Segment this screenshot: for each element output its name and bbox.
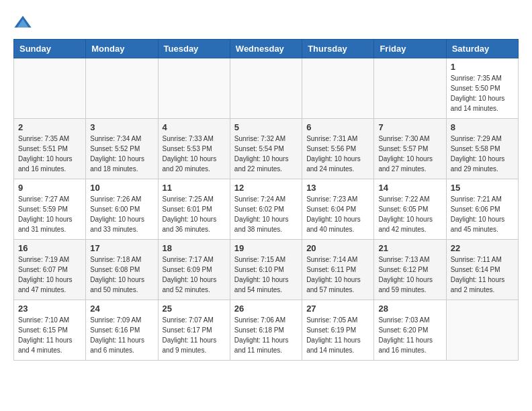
calendar-cell: 22Sunrise: 7:11 AM Sunset: 6:14 PM Dayli… xyxy=(446,240,518,300)
day-number: 19 xyxy=(234,243,298,253)
calendar-cell: 17Sunrise: 7:18 AM Sunset: 6:08 PM Dayli… xyxy=(86,240,158,300)
day-info: Sunrise: 7:35 AM Sunset: 5:50 PM Dayligh… xyxy=(451,73,514,113)
calendar-cell: 11Sunrise: 7:25 AM Sunset: 6:01 PM Dayli… xyxy=(158,179,230,240)
day-number: 4 xyxy=(163,122,226,132)
calendar-cell: 12Sunrise: 7:24 AM Sunset: 6:02 PM Dayli… xyxy=(230,179,302,240)
day-info: Sunrise: 7:03 AM Sunset: 6:20 PM Dayligh… xyxy=(378,315,441,355)
calendar-week-3: 9Sunrise: 7:27 AM Sunset: 5:59 PM Daylig… xyxy=(14,179,519,240)
calendar-week-1: 1Sunrise: 7:35 AM Sunset: 5:50 PM Daylig… xyxy=(14,58,519,119)
calendar-header-row: SundayMondayTuesdayWednesdayThursdayFrid… xyxy=(14,40,519,58)
day-info: Sunrise: 7:25 AM Sunset: 6:01 PM Dayligh… xyxy=(163,194,226,234)
day-number: 5 xyxy=(234,122,298,132)
logo xyxy=(13,13,35,32)
calendar-cell xyxy=(14,58,86,119)
day-number: 16 xyxy=(18,243,81,253)
day-info: Sunrise: 7:15 AM Sunset: 6:10 PM Dayligh… xyxy=(234,255,298,295)
calendar-cell: 25Sunrise: 7:07 AM Sunset: 6:17 PM Dayli… xyxy=(158,300,230,361)
calendar-cell: 16Sunrise: 7:19 AM Sunset: 6:07 PM Dayli… xyxy=(14,240,86,300)
day-info: Sunrise: 7:32 AM Sunset: 5:54 PM Dayligh… xyxy=(234,134,298,174)
day-info: Sunrise: 7:27 AM Sunset: 5:59 PM Dayligh… xyxy=(18,194,81,234)
day-info: Sunrise: 7:35 AM Sunset: 5:51 PM Dayligh… xyxy=(18,134,81,174)
calendar-cell: 27Sunrise: 7:05 AM Sunset: 6:19 PM Dayli… xyxy=(302,300,374,361)
calendar-cell: 10Sunrise: 7:26 AM Sunset: 6:00 PM Dayli… xyxy=(86,179,158,240)
calendar-cell xyxy=(158,58,230,119)
day-number: 7 xyxy=(378,122,441,132)
day-number: 18 xyxy=(163,243,226,253)
day-number: 9 xyxy=(18,183,81,193)
day-info: Sunrise: 7:07 AM Sunset: 6:17 PM Dayligh… xyxy=(163,315,226,355)
calendar-cell: 4Sunrise: 7:33 AM Sunset: 5:53 PM Daylig… xyxy=(158,119,230,179)
day-number: 1 xyxy=(451,62,514,72)
day-number: 20 xyxy=(306,243,369,253)
logo-icon xyxy=(13,13,32,32)
day-number: 3 xyxy=(90,122,153,132)
day-number: 23 xyxy=(18,304,81,314)
calendar-cell xyxy=(86,58,158,119)
calendar-week-5: 23Sunrise: 7:10 AM Sunset: 6:15 PM Dayli… xyxy=(14,300,519,361)
day-number: 27 xyxy=(306,304,369,314)
day-number: 15 xyxy=(451,183,514,193)
day-header-sunday: Sunday xyxy=(14,40,86,58)
calendar-cell xyxy=(230,58,302,119)
calendar-cell: 6Sunrise: 7:31 AM Sunset: 5:56 PM Daylig… xyxy=(302,119,374,179)
calendar-cell: 8Sunrise: 7:29 AM Sunset: 5:58 PM Daylig… xyxy=(446,119,518,179)
day-header-monday: Monday xyxy=(86,40,158,58)
day-number: 28 xyxy=(378,304,441,314)
day-number: 21 xyxy=(378,243,441,253)
day-number: 6 xyxy=(306,122,369,132)
day-info: Sunrise: 7:22 AM Sunset: 6:05 PM Dayligh… xyxy=(378,194,441,234)
day-header-saturday: Saturday xyxy=(446,40,518,58)
calendar-cell: 9Sunrise: 7:27 AM Sunset: 5:59 PM Daylig… xyxy=(14,179,86,240)
calendar-cell: 14Sunrise: 7:22 AM Sunset: 6:05 PM Dayli… xyxy=(374,179,446,240)
calendar-week-2: 2Sunrise: 7:35 AM Sunset: 5:51 PM Daylig… xyxy=(14,119,519,179)
calendar-cell xyxy=(446,300,518,361)
calendar-cell: 18Sunrise: 7:17 AM Sunset: 6:09 PM Dayli… xyxy=(158,240,230,300)
calendar-cell: 20Sunrise: 7:14 AM Sunset: 6:11 PM Dayli… xyxy=(302,240,374,300)
day-number: 17 xyxy=(90,243,153,253)
calendar-cell: 24Sunrise: 7:09 AM Sunset: 6:16 PM Dayli… xyxy=(86,300,158,361)
day-info: Sunrise: 7:06 AM Sunset: 6:18 PM Dayligh… xyxy=(234,315,298,355)
page-header xyxy=(13,13,519,32)
calendar-cell: 28Sunrise: 7:03 AM Sunset: 6:20 PM Dayli… xyxy=(374,300,446,361)
calendar-cell: 23Sunrise: 7:10 AM Sunset: 6:15 PM Dayli… xyxy=(14,300,86,361)
day-number: 13 xyxy=(306,183,369,193)
day-info: Sunrise: 7:33 AM Sunset: 5:53 PM Dayligh… xyxy=(163,134,226,174)
day-info: Sunrise: 7:14 AM Sunset: 6:11 PM Dayligh… xyxy=(306,255,369,295)
calendar-cell: 26Sunrise: 7:06 AM Sunset: 6:18 PM Dayli… xyxy=(230,300,302,361)
day-number: 10 xyxy=(90,183,153,193)
calendar-cell: 2Sunrise: 7:35 AM Sunset: 5:51 PM Daylig… xyxy=(14,119,86,179)
day-number: 22 xyxy=(451,243,514,253)
day-info: Sunrise: 7:29 AM Sunset: 5:58 PM Dayligh… xyxy=(451,134,514,174)
day-info: Sunrise: 7:18 AM Sunset: 6:08 PM Dayligh… xyxy=(90,255,153,295)
calendar-cell: 21Sunrise: 7:13 AM Sunset: 6:12 PM Dayli… xyxy=(374,240,446,300)
calendar-cell xyxy=(302,58,374,119)
calendar-cell xyxy=(374,58,446,119)
day-header-tuesday: Tuesday xyxy=(158,40,230,58)
calendar-cell: 5Sunrise: 7:32 AM Sunset: 5:54 PM Daylig… xyxy=(230,119,302,179)
day-number: 24 xyxy=(90,304,153,314)
day-info: Sunrise: 7:23 AM Sunset: 6:04 PM Dayligh… xyxy=(306,194,369,234)
day-info: Sunrise: 7:09 AM Sunset: 6:16 PM Dayligh… xyxy=(90,315,153,355)
calendar-cell: 1Sunrise: 7:35 AM Sunset: 5:50 PM Daylig… xyxy=(446,58,518,119)
day-info: Sunrise: 7:24 AM Sunset: 6:02 PM Dayligh… xyxy=(234,194,298,234)
day-header-wednesday: Wednesday xyxy=(230,40,302,58)
calendar-week-4: 16Sunrise: 7:19 AM Sunset: 6:07 PM Dayli… xyxy=(14,240,519,300)
day-number: 25 xyxy=(163,304,226,314)
day-info: Sunrise: 7:31 AM Sunset: 5:56 PM Dayligh… xyxy=(306,134,369,174)
day-info: Sunrise: 7:13 AM Sunset: 6:12 PM Dayligh… xyxy=(378,255,441,295)
day-info: Sunrise: 7:05 AM Sunset: 6:19 PM Dayligh… xyxy=(306,315,369,355)
day-info: Sunrise: 7:34 AM Sunset: 5:52 PM Dayligh… xyxy=(90,134,153,174)
day-info: Sunrise: 7:26 AM Sunset: 6:00 PM Dayligh… xyxy=(90,194,153,234)
day-number: 11 xyxy=(163,183,226,193)
calendar-cell: 15Sunrise: 7:21 AM Sunset: 6:06 PM Dayli… xyxy=(446,179,518,240)
day-info: Sunrise: 7:10 AM Sunset: 6:15 PM Dayligh… xyxy=(18,315,81,355)
day-info: Sunrise: 7:30 AM Sunset: 5:57 PM Dayligh… xyxy=(378,134,441,174)
day-header-thursday: Thursday xyxy=(302,40,374,58)
day-number: 14 xyxy=(378,183,441,193)
calendar: SundayMondayTuesdayWednesdayThursdayFrid… xyxy=(13,39,519,361)
day-number: 12 xyxy=(234,183,298,193)
day-number: 26 xyxy=(234,304,298,314)
calendar-cell: 13Sunrise: 7:23 AM Sunset: 6:04 PM Dayli… xyxy=(302,179,374,240)
day-number: 2 xyxy=(18,122,81,132)
calendar-cell: 7Sunrise: 7:30 AM Sunset: 5:57 PM Daylig… xyxy=(374,119,446,179)
